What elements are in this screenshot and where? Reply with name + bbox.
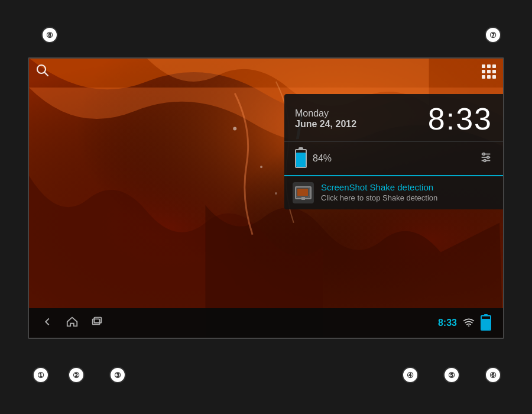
screenshot-notif-icon — [293, 182, 314, 203]
notif-subtitle: Click here to stop Shake detection — [321, 193, 437, 202]
callout-6: ⑥ — [485, 367, 501, 383]
svg-point-5 — [260, 166, 262, 168]
wifi-icon — [463, 317, 475, 329]
home-button[interactable] — [66, 315, 79, 331]
callout-5: ⑤ — [443, 367, 460, 383]
svg-point-6 — [275, 192, 277, 195]
widget-full-date: June 24, 2012 — [295, 119, 356, 130]
battery-icon — [295, 149, 307, 168]
callout-3: ③ — [109, 367, 126, 383]
top-bar — [29, 59, 503, 85]
nav-buttons — [41, 315, 103, 331]
settings-icon[interactable] — [479, 151, 492, 167]
widget-time: 8:33 — [428, 104, 492, 134]
svg-point-12 — [483, 153, 485, 155]
svg-point-13 — [487, 156, 489, 159]
status-battery-fill — [482, 319, 490, 329]
svg-rect-16 — [297, 189, 308, 196]
callout-1: ① — [33, 367, 49, 383]
svg-point-4 — [233, 127, 236, 131]
main-container: ① ② ③ ④ ⑤ ⑥ ⑦ ⑧ — [0, 0, 532, 414]
battery-percent: 84% — [313, 153, 332, 164]
svg-point-19 — [468, 325, 470, 326]
screenshot-thumb — [295, 186, 312, 199]
svg-point-14 — [484, 159, 486, 161]
device-screen: / Monday June 24, 2012 — [28, 57, 504, 339]
notif-text-block: ScreenShot Shake detection Click here to… — [321, 182, 437, 202]
screenshot-notification[interactable]: ScreenShot Shake detection Click here to… — [284, 176, 503, 209]
status-area: 8:33 — [438, 315, 491, 331]
widget-battery-row: 84% — [284, 142, 503, 176]
bottom-bar: 8:33 — [29, 308, 503, 338]
search-icon[interactable] — [36, 64, 49, 80]
widget-date-block: Monday June 24, 2012 — [295, 108, 356, 130]
widget-day: Monday — [295, 108, 356, 119]
status-battery-icon — [481, 315, 491, 331]
svg-rect-17 — [93, 319, 100, 324]
widget-datetime-row: Monday June 24, 2012 8:33 — [284, 94, 503, 142]
battery-fill — [296, 153, 306, 167]
apps-grid-icon[interactable] — [482, 64, 496, 79]
widget-panel: Monday June 24, 2012 8:33 84% — [284, 94, 503, 209]
status-time: 8:33 — [438, 318, 457, 328]
svg-line-8 — [45, 72, 48, 76]
battery-info: 84% — [295, 149, 332, 168]
notif-title: ScreenShot Shake detection — [321, 182, 437, 192]
svg-rect-18 — [94, 317, 101, 322]
callout-4: ④ — [402, 367, 419, 383]
back-button[interactable] — [41, 315, 54, 331]
callout-8: ⑧ — [41, 27, 58, 43]
recent-apps-button[interactable] — [90, 315, 103, 331]
callout-2: ② — [68, 367, 85, 383]
callout-7: ⑦ — [485, 27, 501, 43]
